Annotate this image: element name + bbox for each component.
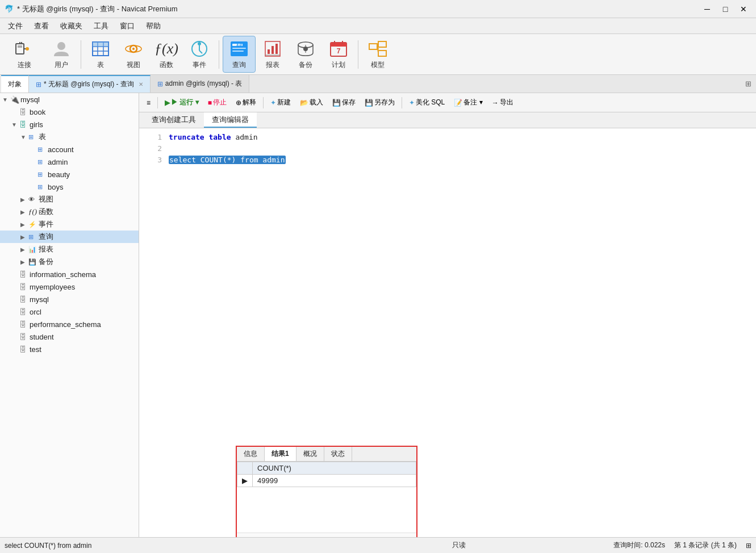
test-label: test bbox=[30, 345, 41, 354]
tab-query1-close[interactable]: ✕ bbox=[139, 81, 143, 87]
toolbar-table[interactable]: 表 bbox=[85, 36, 116, 72]
sql-editor[interactable]: 1 truncate table admin 2 3 select COUNT(… bbox=[139, 128, 756, 344]
result-tab-status[interactable]: 状态 bbox=[324, 447, 352, 461]
svg-rect-0 bbox=[16, 44, 24, 54]
sidebar-item-account[interactable]: ⊞ account bbox=[0, 143, 139, 156]
save-button[interactable]: 💾 保存 bbox=[328, 96, 360, 109]
beautify-label: 美化 SQL bbox=[416, 98, 445, 107]
tab-table1[interactable]: ⊞ admin @girls (mysql) - 表 bbox=[151, 75, 250, 93]
backup-icon bbox=[295, 39, 316, 59]
schedule-label: 计划 bbox=[332, 60, 345, 70]
sidebar-item-test[interactable]: 🗄 test bbox=[0, 343, 139, 355]
load-button[interactable]: 📂 载入 bbox=[296, 96, 327, 109]
content-area: ≡ ▶ ▶ 运行 ▾ ■ 停止 ⊕ 解释 ✦ 新建 📂 载入 bbox=[139, 93, 756, 553]
menu-help[interactable]: 帮助 bbox=[140, 20, 166, 32]
toolbar-schedule[interactable]: 7 计划 bbox=[323, 36, 354, 72]
menu-file[interactable]: 文件 bbox=[2, 20, 28, 32]
tab-table1-label: admin @girls (mysql) - 表 bbox=[165, 79, 243, 89]
run-label: ▶ 运行 ▾ bbox=[171, 98, 199, 107]
sidebar-item-orcl[interactable]: 🗄 orcl bbox=[0, 305, 139, 318]
orcl-icon: 🗄 bbox=[19, 308, 30, 316]
toolbar-user[interactable]: 用户 bbox=[45, 36, 77, 72]
sql-line-1: 1 truncate table admin bbox=[146, 132, 749, 143]
result-tab-info[interactable]: 信息 bbox=[237, 447, 265, 461]
sidebar-item-student[interactable]: 🗄 student bbox=[0, 330, 139, 343]
beautify-button[interactable]: ✦ 美化 SQL bbox=[405, 96, 449, 109]
sidebar-item-myemployees[interactable]: 🗄 myemployees bbox=[0, 280, 139, 293]
sidebar-item-beauty[interactable]: ⊞ beauty bbox=[0, 168, 139, 181]
beautify-icon: ✦ bbox=[409, 99, 415, 107]
menu-favorites[interactable]: 收藏夹 bbox=[55, 20, 88, 32]
toolbar-backup[interactable]: 备份 bbox=[290, 36, 321, 72]
sidebar-item-mysql[interactable]: ▼ 🔌 mysql bbox=[0, 93, 139, 106]
sql-selected-text: select COUNT(*) from admin bbox=[169, 156, 286, 164]
toolbar-sep-3 bbox=[358, 40, 358, 69]
svg-point-43 bbox=[377, 48, 379, 50]
boys-label: boys bbox=[48, 183, 63, 191]
result-col-arrow bbox=[237, 462, 253, 475]
svg-rect-23 bbox=[232, 51, 244, 52]
sidebar-item-funcs[interactable]: ▶ ƒ() 函数 bbox=[0, 206, 139, 218]
statusbar-query-text: select COUNT(*) from admin bbox=[5, 542, 304, 550]
sidebar-item-reports[interactable]: ▶ 📊 报表 bbox=[0, 243, 139, 255]
explain-button[interactable]: ⊕ 解释 bbox=[232, 96, 260, 109]
statusbar-right: 查询时间: 0.022s 第 1 条记录 (共 1 条) ⊞ bbox=[613, 541, 751, 550]
status-query-time: 查询时间: 0.022s bbox=[613, 541, 665, 550]
status-grid-icon[interactable]: ⊞ bbox=[746, 542, 751, 550]
toolbar-view[interactable]: 视图 bbox=[118, 36, 149, 72]
tab-object[interactable]: 对象 bbox=[1, 75, 29, 93]
subtab-editor-label: 查询编辑器 bbox=[212, 115, 249, 125]
toolbar-model[interactable]: 模型 bbox=[362, 36, 394, 72]
tab-query1[interactable]: ⊞ * 无标题 @girls (mysql) - 查询 ✕ bbox=[29, 75, 151, 93]
sidebar-item-tables[interactable]: ▼ ⊞ 表 bbox=[0, 131, 139, 143]
sidebar-item-events[interactable]: ▶ ⚡ 事件 bbox=[0, 218, 139, 231]
sidebar-item-boys[interactable]: ⊞ boys bbox=[0, 181, 139, 193]
hamburger-icon: ≡ bbox=[147, 99, 151, 107]
maximize-button[interactable]: □ bbox=[717, 3, 733, 15]
result-tab-overview[interactable]: 概况 bbox=[296, 447, 324, 461]
comment-button[interactable]: 📝 备注 ▾ bbox=[450, 96, 486, 109]
new-button[interactable]: ✦ 新建 bbox=[266, 96, 295, 109]
menu-window[interactable]: 窗口 bbox=[114, 20, 140, 32]
book-label: book bbox=[30, 108, 45, 116]
menu-tools[interactable]: 工具 bbox=[88, 20, 114, 32]
st-icon: 🗄 bbox=[19, 333, 30, 341]
sidebar-item-mysql-db[interactable]: 🗄 mysql bbox=[0, 293, 139, 305]
result-tab-result1[interactable]: 结果1 bbox=[265, 447, 296, 461]
minimize-button[interactable]: ─ bbox=[699, 3, 715, 15]
toolbar-report[interactable]: 报表 bbox=[257, 36, 289, 72]
stop-button[interactable]: ■ 停止 bbox=[204, 96, 231, 109]
run-button[interactable]: ▶ ▶ 运行 ▾ bbox=[161, 96, 203, 109]
st-label: student bbox=[30, 333, 54, 341]
toolbar-event[interactable]: 事件 bbox=[183, 36, 215, 72]
export-button[interactable]: → 导出 bbox=[488, 96, 517, 109]
backup-label: 备份 bbox=[299, 60, 312, 70]
close-button[interactable]: ✕ bbox=[736, 3, 751, 15]
backups-icon: 💾 bbox=[28, 258, 39, 266]
tab-options-icon[interactable]: ⊞ bbox=[745, 79, 751, 88]
report-label: 报表 bbox=[266, 60, 279, 70]
toolbar-connect[interactable]: 连接 bbox=[5, 36, 44, 72]
hamburger-button[interactable]: ≡ bbox=[143, 97, 154, 108]
subtab-editor[interactable]: 查询编辑器 bbox=[204, 112, 257, 128]
subtab-builder[interactable]: 查询创建工具 bbox=[144, 112, 204, 128]
sidebar-item-book[interactable]: 🗄 book bbox=[0, 106, 139, 118]
sidebar-item-perf-schema[interactable]: 🗄 performance_schema bbox=[0, 318, 139, 330]
sidebar-item-information-schema[interactable]: 🗄 information_schema bbox=[0, 268, 139, 280]
menu-view[interactable]: 查看 bbox=[28, 20, 55, 32]
main-layout: ▼ 🔌 mysql 🗄 book ▼ 🗄 girls ▼ ⊞ 表 bbox=[0, 93, 756, 553]
svg-rect-22 bbox=[232, 48, 246, 49]
sidebar-item-queries[interactable]: ▶ ⊞ 查询 bbox=[0, 231, 139, 243]
sidebar-item-backups[interactable]: ▶ 💾 备份 bbox=[0, 255, 139, 268]
sidebar-item-admin[interactable]: ⊞ admin bbox=[0, 156, 139, 168]
saveas-button[interactable]: 💾 另存为 bbox=[361, 96, 399, 109]
sidebar-item-views[interactable]: ▶ 👁 视图 bbox=[0, 193, 139, 206]
svg-rect-12 bbox=[93, 42, 108, 47]
sidebar: ▼ 🔌 mysql 🗄 book ▼ 🗄 girls ▼ ⊞ 表 bbox=[0, 93, 139, 553]
girls-arrow: ▼ bbox=[11, 122, 19, 128]
sidebar-item-girls[interactable]: ▼ 🗄 girls bbox=[0, 118, 139, 131]
new-label: 新建 bbox=[277, 98, 291, 107]
top-tab-bar: 对象 ⊞ * 无标题 @girls (mysql) - 查询 ✕ ⊞ admin… bbox=[0, 75, 756, 93]
toolbar-query[interactable]: Ea 查询 bbox=[223, 36, 256, 73]
toolbar-func[interactable]: ƒ(x) 函数 bbox=[151, 36, 182, 72]
